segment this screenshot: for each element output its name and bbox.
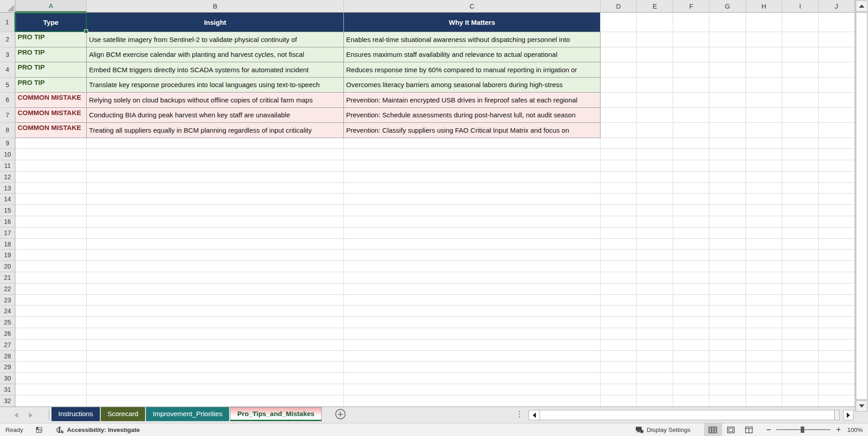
cell-E15[interactable] bbox=[637, 205, 673, 216]
row-header-10[interactable]: 10 bbox=[0, 149, 15, 160]
cell-H16[interactable] bbox=[746, 216, 782, 227]
cell-D17[interactable] bbox=[601, 227, 637, 239]
cell-D20[interactable] bbox=[601, 261, 637, 272]
row-header-17[interactable]: 17 bbox=[0, 227, 15, 239]
cell-A19[interactable] bbox=[15, 250, 87, 261]
row-header-18[interactable]: 18 bbox=[0, 239, 15, 250]
column-header-E[interactable]: E bbox=[637, 0, 673, 12]
cell-I9[interactable] bbox=[782, 138, 818, 149]
cell-G3[interactable] bbox=[709, 47, 746, 63]
cell-G11[interactable] bbox=[709, 160, 746, 172]
cell-B12[interactable] bbox=[87, 172, 344, 183]
cell-D15[interactable] bbox=[601, 205, 637, 216]
cell-B22[interactable] bbox=[87, 283, 344, 295]
cell-E18[interactable] bbox=[637, 239, 673, 250]
cell-D6[interactable] bbox=[601, 93, 637, 108]
cell-D30[interactable] bbox=[601, 373, 637, 384]
cell-C8[interactable]: Prevention: Classify suppliers using FAO… bbox=[344, 123, 601, 138]
cell-A22[interactable] bbox=[15, 283, 87, 295]
cell-D24[interactable] bbox=[601, 306, 637, 317]
row-header-15[interactable]: 15 bbox=[0, 205, 15, 216]
macro-record-button[interactable] bbox=[35, 426, 43, 434]
cell-H10[interactable] bbox=[746, 149, 782, 160]
cell-J21[interactable] bbox=[819, 272, 855, 283]
cell-G22[interactable] bbox=[709, 283, 746, 295]
cell-F6[interactable] bbox=[673, 93, 709, 108]
cell-I25[interactable] bbox=[782, 317, 818, 328]
cell-A3[interactable]: PRO TIP bbox=[15, 47, 87, 63]
cell-E28[interactable] bbox=[637, 351, 673, 362]
cell-D28[interactable] bbox=[601, 351, 637, 362]
cell-B29[interactable] bbox=[87, 362, 344, 373]
sheet-tab-scorecard[interactable]: Scorecard bbox=[101, 407, 145, 421]
cell-G30[interactable] bbox=[709, 373, 746, 384]
sheet-tab-pro-tips-and-mistakes[interactable]: Pro_Tips_and_Mistakes bbox=[230, 407, 322, 421]
cell-F15[interactable] bbox=[673, 205, 709, 216]
cell-C23[interactable] bbox=[344, 295, 601, 306]
row-header-31[interactable]: 31 bbox=[0, 384, 15, 395]
cell-H32[interactable] bbox=[746, 395, 782, 407]
cell-G4[interactable] bbox=[709, 62, 746, 78]
row-header-9[interactable]: 9 bbox=[0, 138, 15, 149]
cell-I29[interactable] bbox=[782, 362, 818, 373]
zoom-out-button[interactable]: − bbox=[766, 426, 771, 434]
cell-G32[interactable] bbox=[709, 395, 746, 407]
cell-I15[interactable] bbox=[782, 205, 818, 216]
cell-J26[interactable] bbox=[819, 328, 855, 339]
cell-E3[interactable] bbox=[637, 47, 673, 63]
cell-C2[interactable]: Enables real-time situational awareness … bbox=[344, 32, 601, 47]
cell-G12[interactable] bbox=[709, 172, 746, 183]
cell-E13[interactable] bbox=[637, 183, 673, 194]
cell-E24[interactable] bbox=[637, 306, 673, 317]
row-header-2[interactable]: 2 bbox=[0, 32, 15, 47]
cell-F19[interactable] bbox=[673, 250, 709, 261]
cell-H22[interactable] bbox=[746, 283, 782, 295]
cell-F24[interactable] bbox=[673, 306, 709, 317]
cell-F18[interactable] bbox=[673, 239, 709, 250]
cell-J7[interactable] bbox=[819, 108, 855, 123]
cell-E5[interactable] bbox=[637, 78, 673, 93]
cell-B21[interactable] bbox=[87, 272, 344, 283]
cell-C10[interactable] bbox=[344, 149, 601, 160]
cell-C9[interactable] bbox=[344, 138, 601, 149]
row-header-1[interactable]: 1 bbox=[0, 13, 15, 32]
cell-B30[interactable] bbox=[87, 373, 344, 384]
row-header-27[interactable]: 27 bbox=[0, 339, 15, 351]
cell-C27[interactable] bbox=[344, 339, 601, 351]
cell-E1[interactable] bbox=[637, 13, 673, 32]
cell-G16[interactable] bbox=[709, 216, 746, 227]
cell-I18[interactable] bbox=[782, 239, 818, 250]
cell-J10[interactable] bbox=[819, 149, 855, 160]
row-header-26[interactable]: 26 bbox=[0, 328, 15, 339]
cell-G25[interactable] bbox=[709, 317, 746, 328]
cell-F4[interactable] bbox=[673, 62, 709, 78]
cell-J15[interactable] bbox=[819, 205, 855, 216]
accessibility-status-button[interactable]: Accessibility: Investigate bbox=[56, 426, 140, 434]
horizontal-scroll-thumb[interactable] bbox=[540, 410, 835, 420]
cell-A5[interactable]: PRO TIP bbox=[15, 78, 87, 93]
cell-B26[interactable] bbox=[87, 328, 344, 339]
cell-D8[interactable] bbox=[601, 123, 637, 138]
cell-H28[interactable] bbox=[746, 351, 782, 362]
cell-G21[interactable] bbox=[709, 272, 746, 283]
cell-F2[interactable] bbox=[673, 32, 709, 47]
column-header-B[interactable]: B bbox=[87, 0, 344, 12]
vertical-scroll-thumb[interactable] bbox=[856, 12, 868, 400]
row-header-19[interactable]: 19 bbox=[0, 250, 15, 261]
row-header-29[interactable]: 29 bbox=[0, 362, 15, 373]
tab-bar-resize-handle[interactable] bbox=[519, 411, 520, 417]
cell-C11[interactable] bbox=[344, 160, 601, 172]
row-header-13[interactable]: 13 bbox=[0, 183, 15, 194]
cell-A30[interactable] bbox=[15, 373, 87, 384]
cell-A15[interactable] bbox=[15, 205, 87, 216]
cell-G15[interactable] bbox=[709, 205, 746, 216]
cell-J12[interactable] bbox=[819, 172, 855, 183]
cell-H21[interactable] bbox=[746, 272, 782, 283]
cell-I8[interactable] bbox=[782, 123, 818, 138]
cell-G17[interactable] bbox=[709, 227, 746, 239]
cell-H12[interactable] bbox=[746, 172, 782, 183]
cell-B3[interactable]: Align BCM exercise calendar with plantin… bbox=[87, 47, 344, 63]
cell-F14[interactable] bbox=[673, 194, 709, 205]
cell-I24[interactable] bbox=[782, 306, 818, 317]
cell-I3[interactable] bbox=[782, 47, 818, 63]
